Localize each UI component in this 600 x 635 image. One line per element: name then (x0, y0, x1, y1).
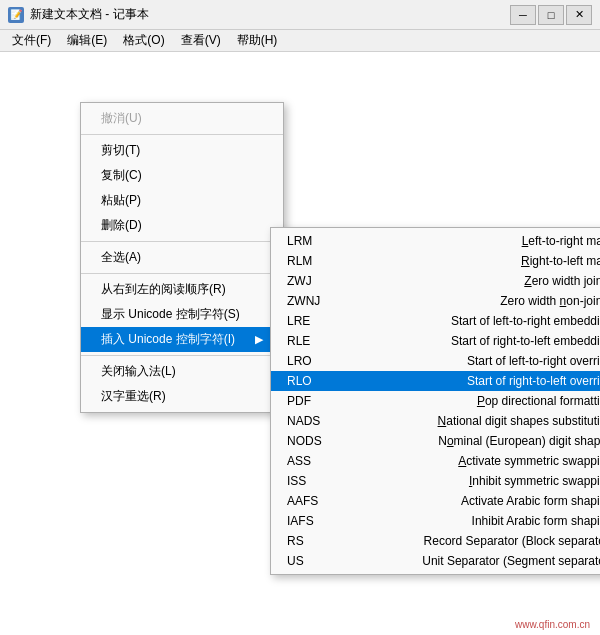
ctx-sep-4 (81, 355, 283, 356)
ctx-cut[interactable]: 剪切(T) (81, 138, 283, 163)
sub-aafs[interactable]: AAFS Activate Arabic form shaping (271, 491, 600, 511)
sub-desc-ass: Activate symmetric swapping (342, 454, 600, 468)
ctx-delete[interactable]: 删除(D) (81, 213, 283, 238)
sub-code-rs: RS (287, 534, 342, 548)
sub-lro[interactable]: LRO Start of left-to-right override (271, 351, 600, 371)
window-title: 新建文本文档 - 记事本 (30, 6, 149, 23)
ctx-sep-2 (81, 241, 283, 242)
sub-desc-rle: Start of right-to-left embedding (342, 334, 600, 348)
sub-code-zwnj: ZWNJ (287, 294, 342, 308)
sub-desc-lre: Start of left-to-right embedding (342, 314, 600, 328)
sub-code-lrm: LRM (287, 234, 342, 248)
sub-code-iafs: IAFS (287, 514, 342, 528)
app-icon-text: 📝 (10, 9, 22, 20)
ctx-close-ime[interactable]: 关闭输入法(L) (81, 359, 283, 384)
ctx-sep-3 (81, 273, 283, 274)
watermark: www.qfin.com.cn (515, 619, 590, 630)
sub-rlm[interactable]: RLM Right-to-left mark (271, 251, 600, 271)
sub-zwj[interactable]: ZWJ Zero width joiner (271, 271, 600, 291)
minimize-button[interactable]: ─ (510, 5, 536, 25)
sub-desc-rlo: Start of right-to-left override (342, 374, 600, 388)
sub-zwnj[interactable]: ZWNJ Zero width non-joiner (271, 291, 600, 311)
sub-rlo[interactable]: RLO Start of right-to-left override (271, 371, 600, 391)
sub-nods[interactable]: NODS Nominal (European) digit shapes (271, 431, 600, 451)
window-controls: ─ □ ✕ (510, 5, 592, 25)
sub-code-us: US (287, 554, 342, 568)
sub-code-lre: LRE (287, 314, 342, 328)
sub-desc-aafs: Activate Arabic form shaping (342, 494, 600, 508)
menu-format[interactable]: 格式(O) (115, 30, 172, 51)
sub-rle[interactable]: RLE Start of right-to-left embedding (271, 331, 600, 351)
sub-code-rlo: RLO (287, 374, 342, 388)
title-bar: 📝 新建文本文档 - 记事本 ─ □ ✕ (0, 0, 600, 30)
sub-code-lro: LRO (287, 354, 342, 368)
unicode-submenu: LRM Left-to-right mark RLM Right-to-left… (270, 227, 600, 575)
sub-desc-zwnj: Zero width non-joiner (342, 294, 600, 308)
sub-nads[interactable]: NADS National digit shapes substitution (271, 411, 600, 431)
ctx-insert-unicode[interactable]: 插入 Unicode 控制字符(I) ▶ (81, 327, 283, 352)
ctx-show-unicode[interactable]: 显示 Unicode 控制字符(S) (81, 302, 283, 327)
submenu-arrow: ▶ (255, 333, 263, 346)
ctx-rtl-reading[interactable]: 从右到左的阅读顺序(R) (81, 277, 283, 302)
sub-desc-rlm: Right-to-left mark (342, 254, 600, 268)
sub-code-rle: RLE (287, 334, 342, 348)
sub-rs[interactable]: RS Record Separator (Block separator) (271, 531, 600, 551)
sub-desc-nods: Nominal (European) digit shapes (342, 434, 600, 448)
menu-edit[interactable]: 编辑(E) (59, 30, 115, 51)
sub-desc-lrm: Left-to-right mark (342, 234, 600, 248)
sub-code-nods: NODS (287, 434, 342, 448)
sub-code-pdf: PDF (287, 394, 342, 408)
sub-ass[interactable]: ASS Activate symmetric swapping (271, 451, 600, 471)
sub-desc-lro: Start of left-to-right override (342, 354, 600, 368)
ctx-sep-1 (81, 134, 283, 135)
main-area: 撤消(U) 剪切(T) 复制(C) 粘贴(P) 删除(D) 全选(A) 从右到左… (0, 52, 600, 635)
sub-code-aafs: AAFS (287, 494, 342, 508)
sub-iss[interactable]: ISS Inhibit symmetric swapping (271, 471, 600, 491)
sub-code-zwj: ZWJ (287, 274, 342, 288)
context-menu: 撤消(U) 剪切(T) 复制(C) 粘贴(P) 删除(D) 全选(A) 从右到左… (80, 102, 284, 413)
ctx-copy[interactable]: 复制(C) (81, 163, 283, 188)
close-button[interactable]: ✕ (566, 5, 592, 25)
sub-desc-zwj: Zero width joiner (342, 274, 600, 288)
sub-lre[interactable]: LRE Start of left-to-right embedding (271, 311, 600, 331)
sub-code-iss: ISS (287, 474, 342, 488)
menu-view[interactable]: 查看(V) (173, 30, 229, 51)
sub-code-nads: NADS (287, 414, 342, 428)
sub-desc-us: Unit Separator (Segment separator) (342, 554, 600, 568)
ctx-kanji-reselect[interactable]: 汉字重选(R) (81, 384, 283, 409)
sub-code-ass: ASS (287, 454, 342, 468)
sub-desc-pdf: Pop directional formatting (342, 394, 600, 408)
sub-us[interactable]: US Unit Separator (Segment separator) (271, 551, 600, 571)
app-icon: 📝 (8, 7, 24, 23)
ctx-undo[interactable]: 撤消(U) (81, 106, 283, 131)
sub-iafs[interactable]: IAFS Inhibit Arabic form shaping (271, 511, 600, 531)
sub-pdf[interactable]: PDF Pop directional formatting (271, 391, 600, 411)
menu-file[interactable]: 文件(F) (4, 30, 59, 51)
sub-desc-iafs: Inhibit Arabic form shaping (342, 514, 600, 528)
ctx-selectall[interactable]: 全选(A) (81, 245, 283, 270)
sub-lrm[interactable]: LRM Left-to-right mark (271, 231, 600, 251)
ctx-paste[interactable]: 粘贴(P) (81, 188, 283, 213)
menu-help[interactable]: 帮助(H) (229, 30, 286, 51)
maximize-button[interactable]: □ (538, 5, 564, 25)
sub-desc-nads: National digit shapes substitution (342, 414, 600, 428)
sub-desc-iss: Inhibit symmetric swapping (342, 474, 600, 488)
sub-desc-rs: Record Separator (Block separator) (342, 534, 600, 548)
menu-bar: 文件(F) 编辑(E) 格式(O) 查看(V) 帮助(H) (0, 30, 600, 52)
sub-code-rlm: RLM (287, 254, 342, 268)
